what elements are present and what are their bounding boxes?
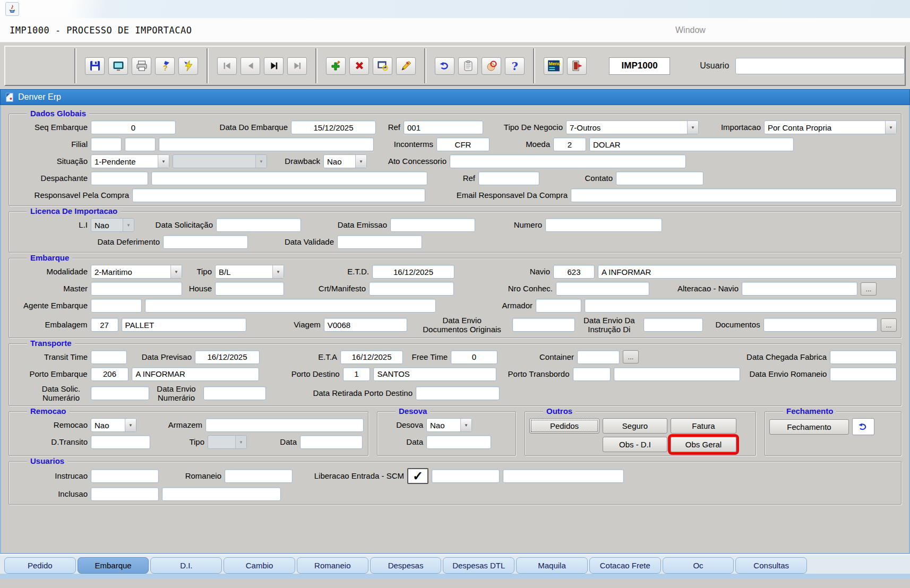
numero-field[interactable] <box>545 218 662 232</box>
drawback-dropdown[interactable]: Nao ▼ <box>323 154 367 168</box>
save-button[interactable] <box>85 57 105 75</box>
tab-oc[interactable]: Oc <box>663 557 734 574</box>
usuario-input[interactable] <box>735 58 905 74</box>
data-deferimento-field[interactable] <box>163 235 248 249</box>
tab-romaneio[interactable]: Romaneio <box>297 557 368 574</box>
data-envio-numerario-field[interactable] <box>203 386 266 400</box>
undo-button[interactable] <box>435 57 454 75</box>
container-more-button[interactable]: ... <box>623 350 639 364</box>
inclusao-field[interactable] <box>91 487 159 501</box>
tab-cambio[interactable]: Cambio <box>224 557 295 574</box>
despachante-code-field[interactable] <box>91 171 148 185</box>
master-field[interactable] <box>91 282 182 296</box>
data-envio-docs-field[interactable] <box>512 318 575 332</box>
instrucao-field[interactable] <box>91 469 159 483</box>
data-do-embarque-field[interactable]: 15/12/2025 <box>291 120 376 134</box>
moeda-code-field[interactable]: 2 <box>553 137 586 151</box>
desova-data-field[interactable] <box>426 435 491 449</box>
d-transito-field[interactable] <box>91 435 150 449</box>
data-solicitacao-field[interactable] <box>216 218 301 232</box>
help-edit-button[interactable]: ? <box>155 57 175 75</box>
data-solic-numerario-field[interactable] <box>91 386 149 400</box>
data-envio-romaneio-field[interactable] <box>830 367 897 381</box>
situacao-secondary-dropdown[interactable]: ▼ <box>173 154 267 168</box>
porto-destino-code-field[interactable]: 1 <box>343 367 371 381</box>
tipo-bl-dropdown[interactable]: B/L ▼ <box>215 265 284 279</box>
execute-query-button[interactable] <box>396 57 416 75</box>
liberacao-scm-name-field[interactable] <box>503 469 624 483</box>
nro-conhec-field[interactable] <box>556 282 649 296</box>
responsavel-field[interactable] <box>132 188 425 202</box>
transit-time-field[interactable] <box>91 350 127 364</box>
fechamento-button[interactable]: Fechamento <box>769 419 849 435</box>
armazem-field[interactable] <box>205 418 364 432</box>
pedidos-button[interactable]: Pedidos <box>529 418 599 434</box>
house-field[interactable] <box>215 282 284 296</box>
window-menu[interactable]: Window <box>675 25 706 35</box>
agente-embarque-code-field[interactable] <box>91 299 142 313</box>
screen-button[interactable] <box>108 57 128 75</box>
li-dropdown[interactable]: Nao ▼ <box>91 218 134 232</box>
moeda-name-field[interactable]: DOLAR <box>589 137 794 151</box>
exit-button[interactable] <box>567 57 587 75</box>
crt-manifesto-field[interactable] <box>369 282 454 296</box>
tab-consultas[interactable]: Consultas <box>735 557 807 574</box>
navio-code-field[interactable]: 623 <box>553 265 595 279</box>
filial-name-field[interactable] <box>159 137 374 151</box>
menu-button[interactable]: Menu <box>544 57 563 75</box>
embalagem-code-field[interactable]: 27 <box>91 318 118 332</box>
data-emissao-field[interactable] <box>390 218 475 232</box>
remocao-dropdown[interactable]: Nao ▼ <box>91 418 136 432</box>
porto-destino-name-field[interactable]: SANTOS <box>373 367 496 381</box>
enter-query-button[interactable] <box>373 57 392 75</box>
armador-code-field[interactable] <box>536 299 581 313</box>
eta-field[interactable]: 16/12/2025 <box>340 350 403 364</box>
situacao-dropdown[interactable]: 1-Pendente ▼ <box>91 154 169 168</box>
filial-code1-field[interactable] <box>91 137 122 151</box>
alteracao-navio-more-button[interactable]: ... <box>861 282 877 296</box>
tab-pedido[interactable]: Pedido <box>4 557 76 574</box>
execute-button[interactable] <box>178 57 198 75</box>
ref-field[interactable]: 001 <box>404 120 483 134</box>
despachante-name-field[interactable] <box>151 171 427 185</box>
alteracao-navio-field[interactable] <box>742 282 857 296</box>
insert-record-button[interactable] <box>326 57 346 75</box>
liberacao-scm-checkbox[interactable]: ✓ <box>407 468 428 484</box>
documentos-field[interactable] <box>763 318 878 332</box>
despachante-ref-field[interactable] <box>478 171 539 185</box>
fatura-button[interactable]: Fatura <box>671 418 736 434</box>
inconterms-field[interactable]: CFR <box>436 137 490 151</box>
tab-maquila[interactable]: Maquila <box>516 557 588 574</box>
data-validade-field[interactable] <box>337 235 422 249</box>
ato-concessorio-field[interactable] <box>450 154 686 168</box>
romaneio-field[interactable] <box>225 469 293 483</box>
documentos-more-button[interactable]: ... <box>881 318 897 332</box>
navio-name-field[interactable]: A INFORMAR <box>598 265 897 279</box>
previous-record-button[interactable] <box>241 57 260 75</box>
tab-di[interactable]: D.I. <box>150 557 222 574</box>
tab-despesas-dtl[interactable]: Despesas DTL <box>443 557 514 574</box>
remocao-data-field[interactable] <box>300 435 363 449</box>
porto-embarque-name-field[interactable]: A INFORMAR <box>132 367 259 381</box>
importacao-dropdown[interactable]: Por Conta Propria ▼ <box>764 120 897 134</box>
tab-cotacao-frete[interactable]: Cotacao Frete <box>589 557 661 574</box>
clipboard-button[interactable] <box>458 57 478 75</box>
agente-embarque-name-field[interactable] <box>145 299 436 313</box>
seq-embarque-field[interactable]: 0 <box>91 120 176 134</box>
desova-dropdown[interactable]: Nao ▼ <box>426 418 472 432</box>
etd-field[interactable]: 16/12/2025 <box>372 265 454 279</box>
email-responsavel-field[interactable] <box>571 188 897 202</box>
porto-embarque-code-field[interactable]: 206 <box>91 367 129 381</box>
armador-name-field[interactable] <box>585 299 897 313</box>
data-previsao-field[interactable]: 16/12/2025 <box>195 350 260 364</box>
embalagem-name-field[interactable]: PALLET <box>122 318 246 332</box>
next-record-button[interactable] <box>264 57 284 75</box>
data-retirada-porto-field[interactable] <box>416 386 500 400</box>
contato-field[interactable] <box>616 171 703 185</box>
print-button[interactable] <box>132 57 151 75</box>
viagem-field[interactable]: V0068 <box>324 318 408 332</box>
filial-code2-field[interactable] <box>125 137 156 151</box>
container-field[interactable] <box>577 350 620 364</box>
tipo-de-negocio-dropdown[interactable]: 7-Outros ▼ <box>566 120 699 134</box>
fechamento-undo-button[interactable] <box>852 418 874 435</box>
